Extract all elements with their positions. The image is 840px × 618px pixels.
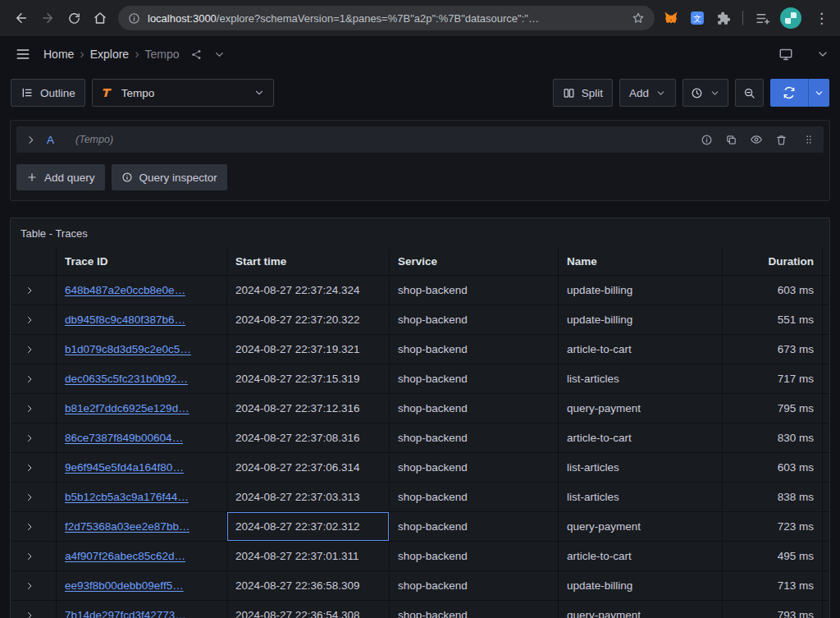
row-expander-chevron-icon	[25, 611, 34, 618]
split-label: Split	[582, 87, 603, 99]
start-time-value: 2024-08-27 22:37:20.322	[235, 314, 360, 326]
trace-id-link[interactable]: db945f8c9c480f387b6…	[65, 314, 185, 326]
table-row: 648b487a2e0ccb8e0e…2024-08-27 22:37:24.3…	[11, 276, 829, 305]
trace-id-link[interactable]: f2d75368a03ee2e87bb…	[65, 520, 189, 533]
row-expander-button[interactable]	[11, 394, 57, 423]
url-path: /explore?schemaVersion=1&panes=%7B"a2p":…	[217, 12, 539, 25]
browser-reload-button[interactable]	[61, 5, 87, 31]
query-collapse-chevron-icon[interactable]	[25, 135, 36, 145]
menu-toggle-icon[interactable]	[11, 42, 35, 66]
bookmark-star-icon[interactable]	[632, 11, 645, 25]
query-datasource-hint: (Tempo)	[75, 134, 113, 145]
duration-cell: 838 ms	[723, 483, 823, 512]
drag-handle-icon[interactable]	[803, 134, 815, 145]
name-column-header[interactable]: Name	[559, 249, 723, 276]
browser-forward-button[interactable]	[34, 5, 61, 31]
trace-id-cell: db945f8c9c480f387b6…	[57, 305, 227, 335]
trace-id-link[interactable]: b1d079c8d3d59c2e0c5…	[65, 343, 191, 355]
row-expander-button[interactable]	[11, 364, 57, 394]
row-expander-button[interactable]	[11, 453, 57, 483]
extensions-puzzle-icon[interactable]	[715, 11, 731, 26]
start-time-column-header[interactable]: Start time	[227, 249, 390, 276]
browser-home-button[interactable]	[87, 5, 113, 31]
address-bar[interactable]: localhost:3000/explore?schemaVersion=1&p…	[118, 6, 655, 30]
service-column-header[interactable]: Service	[390, 249, 559, 276]
trace-id-link[interactable]: 7b14de297fcd3f42773…	[65, 609, 186, 618]
breadcrumb-explore[interactable]: Explore	[90, 48, 129, 61]
row-expander-button[interactable]	[11, 571, 57, 601]
start-time-cell: 2024-08-27 22:37:08.316	[227, 423, 390, 453]
row-expander-button[interactable]	[11, 423, 57, 453]
row-expander-button[interactable]	[11, 542, 57, 571]
hide-query-eye-icon[interactable]	[750, 133, 763, 146]
table-row: a4f907f26abec85c62d…2024-08-27 22:37:01.…	[11, 542, 829, 571]
row-expander-button[interactable]	[11, 512, 57, 542]
row-gutter	[823, 305, 829, 335]
row-expander-button[interactable]	[11, 276, 57, 305]
query-inspector-button[interactable]: Query inspector	[112, 164, 227, 190]
row-gutter	[823, 335, 829, 364]
zoom-out-button[interactable]	[735, 79, 764, 107]
playlist-extension-icon[interactable]	[755, 11, 770, 26]
duration-value: 551 ms	[778, 314, 814, 326]
row-gutter	[823, 601, 829, 618]
profile-avatar[interactable]	[780, 7, 801, 29]
outline-icon	[21, 86, 34, 99]
name-cell: update-billing	[559, 571, 723, 601]
split-button[interactable]: Split	[553, 79, 613, 107]
nav-collapse-chevron-icon[interactable]	[816, 48, 829, 61]
table-header: Trace ID Start time Service Name Duratio…	[11, 249, 829, 276]
site-info-icon[interactable]	[128, 12, 140, 25]
name-cell: article-to-cart	[559, 542, 723, 571]
trace-id-column-header[interactable]: Trace ID	[57, 249, 227, 276]
row-expander-button[interactable]	[11, 335, 57, 364]
name-cell: article-to-cart	[559, 423, 723, 453]
table-row: ee93f8b00debb09eff5…2024-08-27 22:36:58.…	[11, 571, 829, 601]
trace-id-link[interactable]: ee93f8b00debb09eff5…	[65, 579, 184, 592]
start-time-value: 2024-08-27 22:37:12.316	[235, 402, 360, 414]
query-editor-section: A (Tempo) Add query Query inspector	[10, 120, 830, 201]
trace-id-link[interactable]: b81e2f7ddc6925e129d…	[65, 402, 189, 414]
time-range-button[interactable]	[682, 79, 728, 107]
add-query-button[interactable]: Add query	[16, 164, 105, 190]
query-row-header[interactable]: A (Tempo)	[16, 126, 824, 153]
breadcrumb-home[interactable]: Home	[43, 48, 74, 61]
duration-cell: 723 ms	[723, 512, 823, 542]
metamask-extension-icon[interactable]	[663, 10, 679, 26]
trace-id-link[interactable]: 86ce7387f849b00604…	[65, 432, 183, 444]
trace-id-cell: b81e2f7ddc6925e129d…	[57, 394, 227, 423]
row-expander-button[interactable]	[11, 305, 57, 335]
name-cell: list-articles	[559, 364, 723, 394]
start-time-cell: 2024-08-27 22:37:20.322	[227, 305, 390, 335]
refresh-icon[interactable]	[770, 79, 808, 107]
browser-menu-icon[interactable]: ⋮	[811, 11, 832, 25]
row-expander-button[interactable]	[11, 601, 57, 618]
add-button[interactable]: Add	[619, 79, 676, 107]
kiosk-monitor-icon[interactable]	[778, 47, 793, 62]
service-value: shop-backend	[398, 402, 468, 414]
duplicate-query-icon[interactable]	[725, 134, 737, 146]
row-gutter	[823, 483, 829, 512]
row-expander-button[interactable]	[11, 483, 57, 512]
browser-back-button[interactable]	[8, 5, 34, 31]
service-cell: shop-backend	[390, 453, 559, 483]
trace-id-link[interactable]: a4f907f26abec85c62d…	[65, 550, 185, 562]
table-row: 9e6f945e5fd4a164f80…2024-08-27 22:37:06.…	[11, 453, 829, 483]
share-icon[interactable]	[190, 48, 203, 61]
run-options-chevron-icon[interactable]	[808, 79, 829, 107]
query-info-icon[interactable]	[701, 134, 713, 146]
duration-column-header[interactable]: Duration	[723, 249, 823, 276]
breadcrumb: Home › Explore › Tempo	[43, 48, 226, 61]
outline-button[interactable]: Outline	[11, 79, 85, 107]
run-query-button[interactable]	[770, 79, 829, 107]
service-value: shop-backend	[398, 432, 468, 444]
trace-id-link[interactable]: 648b487a2e0ccb8e0e…	[65, 284, 185, 296]
translate-extension-icon[interactable]: 文	[689, 10, 705, 26]
breadcrumb-actions-chevron-icon[interactable]	[213, 48, 226, 61]
url-text[interactable]: localhost:3000/explore?schemaVersion=1&p…	[148, 12, 624, 25]
trace-id-link[interactable]: b5b12cb5a3c9a176f44…	[65, 491, 189, 503]
trace-id-link[interactable]: dec0635c5fc231b0b92…	[65, 373, 188, 385]
remove-query-trash-icon[interactable]	[775, 134, 788, 146]
datasource-picker[interactable]: Tempo	[92, 79, 274, 107]
trace-id-link[interactable]: 9e6f945e5fd4a164f80…	[65, 461, 184, 474]
